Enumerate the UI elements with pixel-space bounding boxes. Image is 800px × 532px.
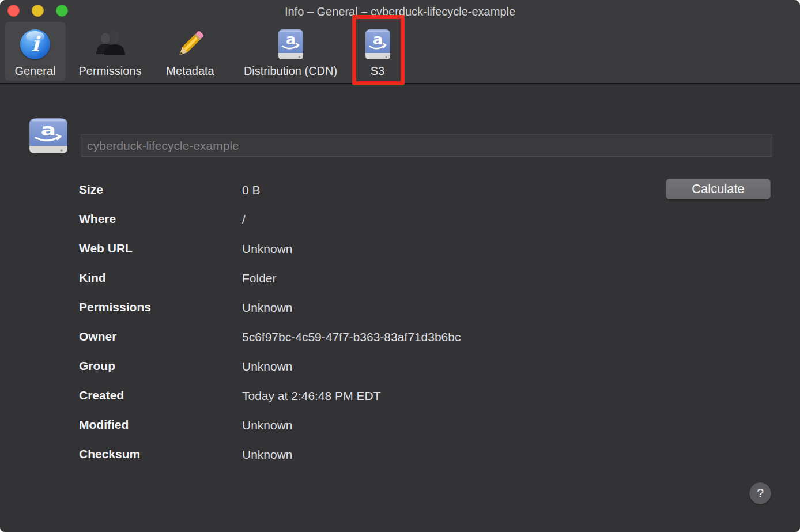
info-row: Kind Folder: [79, 270, 655, 299]
info-row-value: Unknown: [242, 446, 293, 463]
people-icon: [93, 25, 127, 63]
info-table: Size 0 B Where / Web URL Unknown Kind Fo…: [79, 182, 655, 476]
tab-label: General: [14, 63, 55, 78]
pencil-icon: [173, 25, 207, 63]
tab-permissions[interactable]: Permissions: [68, 22, 152, 81]
svg-text:a: a: [372, 31, 382, 48]
info-row-value: Unknown: [242, 417, 293, 433]
info-row-label: Size: [79, 182, 242, 198]
info-icon: i: [20, 25, 50, 63]
general-panel: a Size 0 B Where / Web URL Unknown Kin: [0, 84, 800, 532]
info-row: Group Unknown: [79, 358, 655, 387]
info-window: Info – General – cyberduck-lifecycle-exa…: [0, 0, 800, 532]
info-row: Modified Unknown: [79, 417, 655, 446]
info-row: Size 0 B: [79, 182, 655, 211]
svg-text:a: a: [41, 120, 56, 140]
toolbar: i General Permissions: [0, 21, 800, 83]
tab-label: S3: [371, 63, 384, 78]
amazon-drive-icon: a: [277, 25, 304, 63]
info-row-value: 5c6f97bc-4c59-47f7-b363-83af71d3b6bc: [242, 329, 461, 345]
info-row-value: Folder: [242, 270, 277, 286]
info-row: Checksum Unknown: [79, 446, 655, 476]
tab-label: Permissions: [79, 63, 142, 78]
tab-general[interactable]: i General: [5, 22, 66, 81]
info-row-value: 0 B: [242, 182, 261, 198]
calculate-button[interactable]: Calculate: [666, 179, 771, 199]
tab-metadata[interactable]: Metadata: [157, 22, 224, 81]
filename-input[interactable]: [81, 134, 772, 157]
info-row-label: Modified: [79, 417, 242, 433]
svg-text:a: a: [285, 31, 295, 48]
help-button[interactable]: ?: [749, 482, 771, 504]
info-row-value: Unknown: [242, 358, 293, 375]
info-row-label: Owner: [79, 329, 242, 345]
tab-distribution-cdn[interactable]: a Distribution (CDN): [228, 22, 353, 81]
info-row-label: Web URL: [79, 240, 242, 256]
info-row-label: Kind: [79, 270, 242, 286]
info-row-label: Created: [79, 387, 242, 403]
info-row: Permissions Unknown: [79, 299, 655, 329]
window-title: Info – General – cyberduck-lifecycle-exa…: [0, 0, 800, 22]
info-row-value: Unknown: [242, 240, 293, 257]
info-row-label: Group: [79, 358, 242, 374]
info-row-value: Today at 2:46:48 PM EDT: [242, 387, 380, 404]
amazon-drive-icon: a: [28, 117, 69, 157]
tab-label: Distribution (CDN): [244, 63, 337, 78]
tab-s3[interactable]: a S3: [357, 22, 398, 81]
info-row-label: Checksum: [79, 446, 242, 462]
info-row-label: Permissions: [79, 299, 242, 315]
amazon-drive-icon: a: [364, 25, 391, 63]
info-row: Created Today at 2:46:48 PM EDT: [79, 387, 655, 417]
info-row-value: Unknown: [242, 299, 293, 316]
info-row: Web URL Unknown: [79, 240, 655, 270]
info-row-value: /: [242, 211, 246, 228]
info-row: Where /: [79, 211, 655, 240]
info-row: Owner 5c6f97bc-4c59-47f7-b363-83af71d3b6…: [79, 329, 655, 358]
info-row-label: Where: [79, 211, 242, 227]
titlebar[interactable]: Info – General – cyberduck-lifecycle-exa…: [0, 0, 800, 21]
window-header: Info – General – cyberduck-lifecycle-exa…: [0, 0, 800, 84]
tab-label: Metadata: [166, 63, 214, 78]
